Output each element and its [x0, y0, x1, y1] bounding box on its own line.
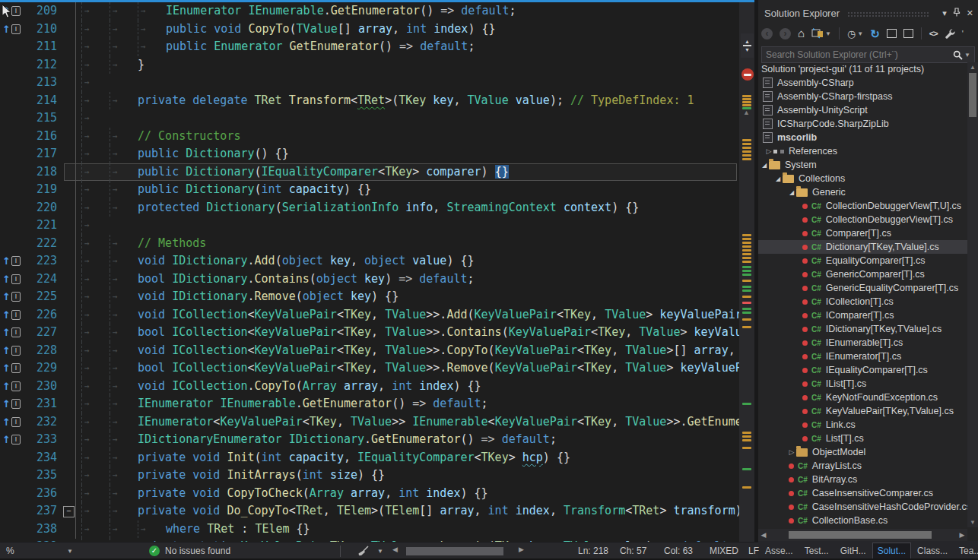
implements-interface-icon[interactable]: ↑I: [0, 306, 25, 324]
encoding-indicator[interactable]: MIXED: [710, 546, 738, 556]
code-line-213[interactable]: 213: [0, 74, 739, 92]
panel-tab-test[interactable]: Test...: [800, 543, 834, 558]
code-text[interactable]: public Dictionary() {}: [81, 145, 739, 163]
tree-item-ilist-t-cs[interactable]: C#IList[T].cs: [758, 377, 967, 391]
code-line-209[interactable]: ↑I209IEnumerator IEnumerable.GetEnumerat…: [0, 2, 739, 21]
code-line-215[interactable]: 215: [0, 109, 739, 128]
tree-item-keynotfoundexception-cs[interactable]: C#KeyNotFoundException.cs: [758, 391, 967, 404]
implements-interface-icon[interactable]: ↑I: [0, 431, 25, 449]
tree-item-caseinsensitivecomparer-cs[interactable]: C#CaseInsensitiveComparer.cs: [758, 486, 967, 500]
drag-grip[interactable]: [847, 11, 930, 17]
code-text[interactable]: }: [81, 56, 739, 74]
code-line-232[interactable]: ↑I232IEnumerator<KeyValuePair<TKey, TVal…: [0, 413, 739, 432]
issues-status[interactable]: No issues found: [165, 546, 230, 556]
implements-interface-icon[interactable]: ↑I: [0, 395, 25, 413]
search-options-chevron-icon[interactable]: ▼: [964, 52, 970, 59]
tree-item-iequalitycomparer-t-cs[interactable]: C#IEqualityComparer[T].cs: [758, 363, 967, 377]
hscroll-thumb[interactable]: [406, 547, 503, 555]
code-text[interactable]: IEnumerator<KeyValuePair<TKey, TValue>> …: [81, 413, 739, 432]
implements-interface-icon[interactable]: ↑I: [0, 271, 25, 289]
expanded-chevron-icon[interactable]: ◢: [760, 162, 769, 169]
code-text[interactable]: private void CopyToCheck(Array array, in…: [81, 485, 739, 503]
char-indicator[interactable]: Ch: 57: [620, 546, 646, 556]
column-indicator[interactable]: Col: 63: [664, 546, 693, 556]
implements-interface-icon[interactable]: ↑I: [0, 252, 25, 271]
panel-tab-gith[interactable]: GitH...: [836, 543, 871, 558]
scroll-right-arrow[interactable]: ▶: [957, 531, 967, 539]
tree-item-system[interactable]: ◢System: [758, 158, 967, 172]
tree-item-icomparer-t-cs[interactable]: C#IComparer[T].cs: [758, 308, 967, 322]
code-line-222[interactable]: 222// Methods: [0, 235, 739, 253]
tree-item-assembly-csharp-firstpass[interactable]: Assembly-CSharp-firstpass: [758, 90, 967, 103]
scroll-left-arrow[interactable]: ◀: [758, 531, 769, 539]
tree-item-keyvaluepair-tkey-tvalue-cs[interactable]: C#KeyValuePair[TKey,TValue].cs: [758, 404, 967, 418]
code-text[interactable]: void IDictionary.Add(object key, object …: [81, 252, 739, 271]
tree-item-mscorlib[interactable]: mscorlib: [758, 131, 967, 144]
scroll-thumb[interactable]: [789, 531, 932, 539]
expanded-chevron-icon[interactable]: ◢: [773, 176, 783, 182]
code-line-210[interactable]: ↑I210public void CopyTo(TValue[] array, …: [0, 21, 739, 39]
hscroll-left-arrow[interactable]: ◀: [392, 546, 398, 553]
tree-item-references[interactable]: ▷References: [758, 144, 967, 158]
close-icon[interactable]: ✕: [967, 8, 973, 18]
tree-item-bitarray-cs[interactable]: C#BitArray.cs: [758, 473, 967, 486]
code-line-237[interactable]: 237−private void Do_CopyTo<TRet, TElem>(…: [0, 502, 739, 520]
code-text[interactable]: private void InitArrays(int size) {}: [81, 467, 739, 485]
tree-item-assembly-csharp[interactable]: Assembly-CSharp: [758, 76, 967, 90]
code-line-217[interactable]: 217public Dictionary() {}: [0, 145, 739, 163]
code-line-230[interactable]: ↑I230void ICollection.CopyTo(Array array…: [0, 378, 739, 396]
code-text[interactable]: void ICollection<KeyValuePair<TKey, TVal…: [81, 342, 739, 360]
tree-vertical-scrollbar[interactable]: ▲ ▼: [967, 62, 978, 527]
hscroll-right-arrow[interactable]: ▶: [519, 546, 524, 553]
code-text[interactable]: void ICollection<KeyValuePair<TKey, TVal…: [81, 306, 739, 324]
tree-item-collections[interactable]: ◢Collections: [758, 172, 967, 185]
implements-interface-icon[interactable]: ↑I: [0, 288, 25, 306]
sync-with-active-document-button[interactable]: ▼: [811, 27, 831, 40]
tree-item-link-cs[interactable]: C#Link.cs: [758, 418, 967, 432]
panel-tab-tea[interactable]: Tea...: [954, 543, 978, 558]
editor-split-handle[interactable]: ▲ ▼: [741, 33, 754, 58]
code-text[interactable]: public Dictionary(int capacity) {}: [81, 181, 739, 199]
code-text[interactable]: [81, 217, 739, 235]
tree-horizontal-scrollbar[interactable]: ◀ ▶: [758, 529, 967, 541]
tree-item-genericcomparer-t-cs[interactable]: C#GenericComparer[T].cs: [758, 267, 967, 281]
code-line-238[interactable]: 238where TRet : TElem {}: [0, 520, 739, 539]
tree-item-solution-project-gui-11-of-11-projects-[interactable]: Solution 'project-gui' (11 of 11 project…: [758, 62, 967, 76]
tree-item-comparer-t-cs[interactable]: C#Comparer[T].cs: [758, 226, 967, 240]
code-line-228[interactable]: ↑I228void ICollection<KeyValuePair<TKey,…: [0, 342, 739, 360]
code-text[interactable]: [81, 74, 739, 92]
tree-item-objectmodel[interactable]: ▷ObjectModel: [758, 445, 967, 459]
cleanup-chevron-icon[interactable]: ▼: [377, 548, 383, 555]
code-text[interactable]: void IDictionary.Remove(object key) {}: [81, 288, 739, 306]
implements-interface-icon[interactable]: ↑I: [0, 21, 25, 39]
show-all-files-button[interactable]: [903, 27, 913, 40]
tree-item-generic[interactable]: ◢Generic: [758, 185, 967, 199]
tree-item-idictionary-tkey-tvalue-cs[interactable]: C#IDictionary[TKey,TValue].cs: [758, 322, 967, 336]
refresh-icon[interactable]: ↻: [870, 27, 880, 40]
code-line-239[interactable]: 239private static KeyValuePair<TKey, TVa…: [0, 538, 739, 542]
scroll-up-arrow[interactable]: ▲: [743, 109, 750, 116]
implements-interface-icon[interactable]: ↑I: [0, 378, 25, 396]
tree-item-collectiondebuggerview-t-cs[interactable]: C#CollectionDebuggerView[T].cs: [758, 213, 967, 226]
tree-item-equalitycomparer-t-cs[interactable]: C#EqualityComparer[T].cs: [758, 254, 967, 267]
code-line-211[interactable]: 211public Enumerator GetEnumerator() => …: [0, 38, 739, 56]
editor-vertical-scrollbar[interactable]: [739, 2, 754, 542]
code-line-223[interactable]: ↑I223void IDictionary.Add(object key, ob…: [0, 252, 739, 271]
code-text[interactable]: [81, 109, 739, 128]
tree-item-ienumerator-t-cs[interactable]: C#IEnumerator[T].cs: [758, 350, 967, 363]
code-text[interactable]: // Methods: [81, 235, 739, 253]
code-line-212[interactable]: 212}: [0, 56, 739, 74]
pin-icon[interactable]: [953, 8, 961, 18]
tree-item-collectiondebuggerview-t-u-cs[interactable]: C#CollectionDebuggerView[T,U].cs: [758, 199, 967, 213]
pending-changes-filter-button[interactable]: ◷ ▼: [847, 27, 863, 40]
code-cleanup-broom-icon[interactable]: [357, 546, 370, 559]
properties-wrench-icon[interactable]: [945, 27, 955, 40]
code-line-218[interactable]: 218public Dictionary(IEqualityComparer<T…: [0, 163, 739, 182]
code-lines[interactable]: ↑I209IEnumerator IEnumerable.GetEnumerat…: [0, 2, 739, 542]
code-text[interactable]: public Dictionary(IEqualityComparer<TKey…: [81, 163, 739, 182]
code-text[interactable]: void ICollection.CopyTo(Array array, int…: [81, 378, 739, 396]
code-editor[interactable]: ↑I209IEnumerator IEnumerable.GetEnumerat…: [0, 0, 739, 542]
search-box[interactable]: Search Solution Explorer (Ctrl+¨) ▼: [761, 46, 975, 63]
tree-item-caseinsensitivehashcodeprovider-cs[interactable]: C#CaseInsensitiveHashCodeProvider.cs: [758, 500, 967, 514]
view-code-button[interactable]: <>: [929, 27, 938, 40]
